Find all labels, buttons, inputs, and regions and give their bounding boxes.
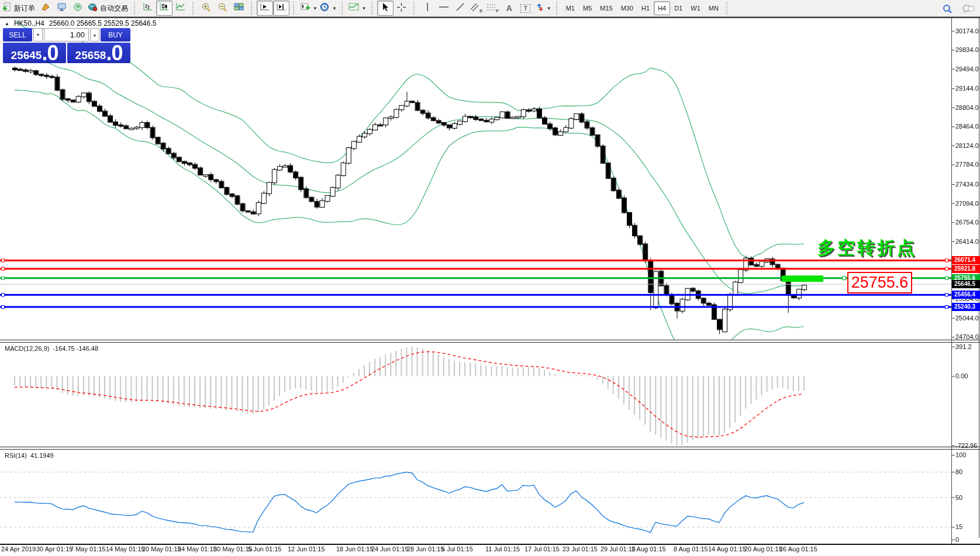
auto-scroll-button[interactable] <box>257 1 273 16</box>
buy-button[interactable]: BUY <box>101 28 130 42</box>
one-click-trading-panel: SELL ▼ ▲ BUY 25645 .0 25658 .0 <box>3 28 130 63</box>
crosshair-icon <box>396 2 406 15</box>
candlestick-mode-button[interactable] <box>156 1 172 16</box>
channel-tool-button[interactable]: E <box>468 1 485 16</box>
timeframe-button-mn[interactable]: MN <box>705 1 723 15</box>
zoom-in-icon <box>201 2 212 15</box>
trendline-tool-button[interactable] <box>452 1 468 16</box>
turning-point-annotation: 多空转折点 <box>817 236 917 260</box>
main-toolbar: 新订单 自动交易 <box>0 0 980 17</box>
new-chart-button[interactable]: ▼ <box>299 1 319 16</box>
sell-button[interactable]: SELL <box>3 28 32 42</box>
toolbar-separator <box>293 2 296 15</box>
zoom-in-button[interactable] <box>198 1 215 16</box>
toolbar-separator <box>371 2 375 15</box>
chart-ohlc-values: 25660.0 25665.5 25529.5 25646.5 <box>49 19 157 27</box>
bid-price-main: 25645 <box>11 49 42 63</box>
signals-button[interactable] <box>70 1 87 16</box>
rsi-pane-label: RSI(14) 41.1949 <box>5 452 54 459</box>
zoom-out-button[interactable] <box>215 1 231 16</box>
cursor-icon <box>381 2 389 14</box>
timeframe-button-w1[interactable]: W1 <box>686 1 705 15</box>
text-tool-button[interactable]: A <box>501 1 517 16</box>
mt4-terminal: 新订单 自动交易 <box>0 0 980 556</box>
arrows-tool-button[interactable]: ▼ <box>534 1 553 16</box>
profiles-button[interactable]: ▼ <box>319 1 338 16</box>
search-button[interactable] <box>939 1 955 16</box>
timeframe-button-h4[interactable]: H4 <box>654 1 670 15</box>
trendline-icon <box>456 2 465 14</box>
timeframe-button-m5[interactable]: M5 <box>579 1 596 15</box>
market-watch-button[interactable] <box>54 1 70 16</box>
horizontal-line-icon <box>439 3 449 13</box>
arrows-icon <box>535 2 544 14</box>
chart-shift-button[interactable] <box>273 1 289 16</box>
text-tool-glyph: A <box>506 4 512 13</box>
vertical-line-icon <box>424 2 431 14</box>
fibonacci-glyph: F <box>496 8 499 13</box>
volume-decrease-button[interactable]: ▼ <box>33 28 43 42</box>
text-label-icon: T <box>520 4 530 13</box>
styler-button[interactable] <box>37 1 54 16</box>
toolbar-separator <box>413 2 417 15</box>
crayon-icon <box>40 2 51 14</box>
dropdown-caret-icon: ▼ <box>362 6 367 11</box>
timeframe-button-h1[interactable]: H1 <box>637 1 654 15</box>
cursor-tool-button[interactable] <box>377 1 394 16</box>
tile-windows-icon <box>234 2 244 14</box>
timeframe-buttons: M1M5M15M30H1H4D1W1MN <box>562 1 723 15</box>
indicators-icon <box>348 2 360 14</box>
bar-chart-icon <box>143 2 153 14</box>
collapse-panel-icon[interactable]: ▲ <box>5 21 9 26</box>
timeframe-button-m30[interactable]: M30 <box>617 1 637 15</box>
tile-windows-button[interactable] <box>231 1 247 16</box>
toolbar-separator <box>556 2 560 15</box>
volume-input[interactable] <box>44 28 89 42</box>
chart-title-row: ▲ HK50.,H4 25660.0 25665.5 25529.5 25646… <box>5 19 156 27</box>
fibonacci-tool-button[interactable]: F <box>485 1 501 16</box>
window-top-border <box>0 17 980 18</box>
line-chart-icon <box>175 2 186 14</box>
bar-chart-mode-button[interactable] <box>140 1 156 16</box>
monitor-icon <box>57 2 67 14</box>
fibonacci-icon <box>486 3 496 14</box>
rsi-title: RSI(14) <box>5 452 27 459</box>
crosshair-tool-button[interactable] <box>394 1 410 16</box>
macd-values: -164.75 -146.48 <box>53 345 98 352</box>
line-chart-mode-button[interactable] <box>172 1 189 16</box>
new-order-icon <box>2 2 12 15</box>
toolbar-separator <box>726 2 730 15</box>
ask-price-fraction: .0 <box>106 43 122 63</box>
horizontal-line-tool-button[interactable] <box>436 1 452 16</box>
vertical-line-tool-button[interactable] <box>419 1 436 16</box>
dropdown-caret-icon: ▼ <box>547 6 551 11</box>
toolbar-right-icons <box>939 1 976 16</box>
chart-symbol-period: HK50.,H4 <box>14 19 44 27</box>
toolbar-separator <box>341 2 345 15</box>
indicators-button[interactable]: ▼ <box>347 1 368 16</box>
dropdown-caret-icon: ▼ <box>332 6 337 11</box>
toolbar-separator <box>251 2 254 15</box>
autotrading-button[interactable]: 自动交易 <box>87 1 130 16</box>
timeframe-button-m15[interactable]: M15 <box>596 1 616 15</box>
candlestick-icon <box>159 2 170 14</box>
rsi-value: 41.1949 <box>30 452 54 459</box>
ask-price-display[interactable]: 25658 .0 <box>67 43 130 63</box>
auto-scroll-icon <box>260 2 270 14</box>
new-order-button[interactable]: 新订单 <box>1 1 37 16</box>
autotrading-label: 自动交易 <box>100 4 129 13</box>
timeframe-button-d1[interactable]: D1 <box>670 1 686 15</box>
volume-increase-button[interactable]: ▲ <box>90 28 99 42</box>
chat-button[interactable] <box>960 1 976 16</box>
chart-canvas[interactable] <box>0 0 980 556</box>
price-callout-label: 25755.6 <box>847 272 912 293</box>
timeframe-button-m1[interactable]: M1 <box>562 1 579 15</box>
ask-price-main: 25658 <box>75 49 106 63</box>
new-chart-icon <box>300 2 310 14</box>
toolbar-separator <box>134 2 137 15</box>
bid-price-fraction: .0 <box>42 43 58 63</box>
text-label-tool-button[interactable]: T <box>517 1 534 16</box>
bid-price-display[interactable]: 25645 .0 <box>3 43 66 63</box>
dropdown-caret-icon: ▼ <box>313 6 318 11</box>
zoom-out-icon <box>218 2 228 15</box>
